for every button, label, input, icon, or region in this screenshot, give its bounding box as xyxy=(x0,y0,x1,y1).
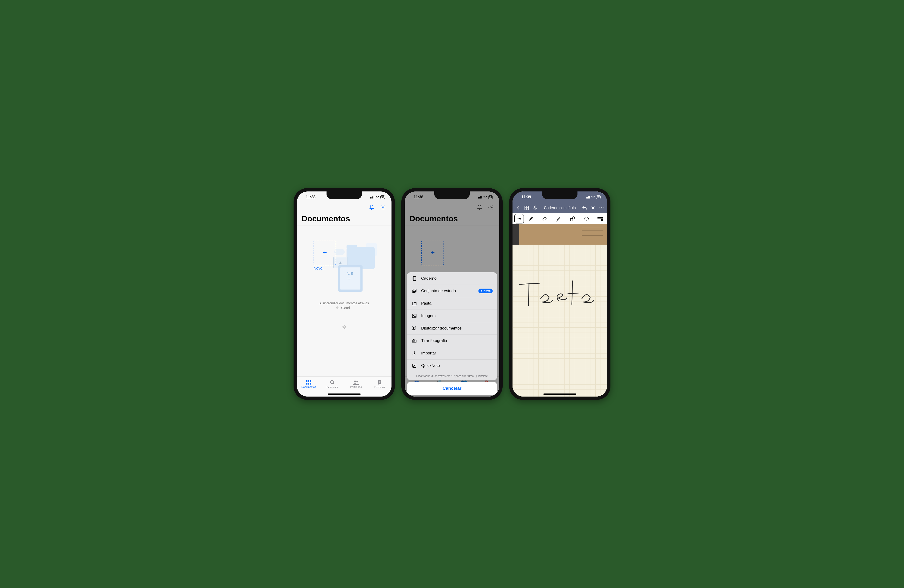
menu-pasta[interactable]: Pasta xyxy=(407,297,497,310)
cellular-icon xyxy=(478,196,482,199)
loading-spinner: ✻ xyxy=(342,324,346,331)
highlighter-tool[interactable] xyxy=(552,214,565,224)
status-time: 11:38 xyxy=(306,195,370,199)
status-bar: 11:38 93 xyxy=(297,191,392,203)
svg-rect-6 xyxy=(310,383,311,385)
menu-imagem[interactable]: Imagem xyxy=(407,310,497,322)
menu-caderno[interactable]: Caderno xyxy=(407,272,497,285)
menu-quicknote[interactable]: QuickNote xyxy=(407,359,497,372)
scan-icon xyxy=(411,326,417,331)
menu-label: Pasta xyxy=(421,301,493,306)
menu-label: Caderno xyxy=(421,276,493,281)
screen-documents: 11:38 93 Documentos ▲ xyxy=(297,191,392,397)
menu-importar[interactable]: Importar xyxy=(407,347,497,359)
tab-pesquisar[interactable]: Pesquisar xyxy=(321,377,345,392)
zoom-tool[interactable] xyxy=(514,214,524,224)
menu-label: Conjunto de estudo xyxy=(421,288,475,293)
svg-rect-19 xyxy=(525,206,526,208)
eraser-tool[interactable] xyxy=(539,214,552,224)
tab-label: Documentos xyxy=(301,386,316,388)
menu-conjunto-estudo[interactable]: Conjunto de estudo ✦ Novo xyxy=(407,285,497,297)
camera-icon xyxy=(411,338,417,344)
menu-label: Tirar fotografia xyxy=(421,339,493,343)
menu-label: QuickNote xyxy=(421,363,493,368)
status-indicators: 93 xyxy=(478,195,493,199)
tab-documentos[interactable]: Documentos xyxy=(297,377,321,392)
status-time: 11:39 xyxy=(522,195,586,199)
notebook-title[interactable]: Caderno sem título xyxy=(540,206,579,210)
svg-point-24 xyxy=(599,207,600,208)
new-badge: ✦ Novo xyxy=(478,288,493,293)
battery-indicator: 93 xyxy=(381,195,385,199)
battery-indicator: 93 xyxy=(488,195,493,199)
svg-rect-4 xyxy=(306,383,307,385)
svg-point-0 xyxy=(382,207,384,208)
svg-point-26 xyxy=(603,207,604,208)
menu-label: Imagem xyxy=(421,314,493,318)
grid-paper[interactable] xyxy=(512,244,607,397)
more-button[interactable] xyxy=(598,205,605,211)
svg-point-7 xyxy=(330,381,333,384)
new-document-button[interactable]: + xyxy=(314,240,336,265)
status-time: 11:38 xyxy=(414,195,478,199)
mic-button[interactable] xyxy=(532,205,538,211)
svg-rect-20 xyxy=(527,206,528,208)
tab-partilhado[interactable]: Partilhado xyxy=(344,377,368,392)
cellular-icon xyxy=(370,196,374,199)
import-icon xyxy=(411,351,417,356)
phone-1: 11:38 93 Documentos ▲ xyxy=(294,188,395,400)
svg-rect-22 xyxy=(527,208,528,210)
phone-2: 11:38 93 Documentos + ▦Documento xyxy=(401,188,503,400)
menu-digitalizar[interactable]: Digitalizar documentos xyxy=(407,322,497,335)
screen-notebook: 11:39 92 Caderno sem título xyxy=(512,191,607,397)
notebook-shape: u u⌣ xyxy=(338,265,362,292)
grid-icon xyxy=(306,380,311,385)
folder-icon xyxy=(411,301,417,306)
home-indicator[interactable] xyxy=(543,394,576,395)
canvas[interactable] xyxy=(512,224,607,397)
tab-favoritos[interactable]: Favoritos xyxy=(368,377,392,392)
svg-point-9 xyxy=(356,381,358,382)
drawing-toolbar xyxy=(512,213,607,224)
svg-rect-23 xyxy=(534,206,536,208)
lasso-tool[interactable] xyxy=(580,214,593,224)
notifications-button[interactable] xyxy=(476,204,483,211)
tab-label: Partilhado xyxy=(350,386,362,388)
stack-icon xyxy=(411,288,417,293)
cellular-icon xyxy=(586,196,590,199)
svg-point-25 xyxy=(601,207,602,208)
svg-rect-2 xyxy=(308,380,309,382)
pen-tool[interactable] xyxy=(525,214,538,224)
settings-button[interactable] xyxy=(487,204,495,211)
close-button[interactable] xyxy=(590,205,596,211)
svg-rect-5 xyxy=(308,383,309,385)
notebook-nav: Caderno sem título xyxy=(512,203,607,213)
new-document-label: Novo... xyxy=(314,266,326,271)
wifi-icon xyxy=(591,196,595,199)
svg-rect-12 xyxy=(412,290,416,292)
menu-fotografia[interactable]: Tirar fotografia xyxy=(407,335,497,347)
svg-point-30 xyxy=(584,217,588,221)
back-button[interactable] xyxy=(515,205,522,211)
svg-point-29 xyxy=(572,217,575,219)
action-sheet-group: Caderno Conjunto de estudo ✦ Novo Pasta … xyxy=(407,272,497,380)
menu-label: Digitalizar documentos xyxy=(421,326,493,331)
menu-label: Importar xyxy=(421,351,493,356)
phone-3: 11:39 92 Caderno sem título xyxy=(509,188,610,400)
new-document-button[interactable]: + xyxy=(421,240,444,265)
battery-indicator: 92 xyxy=(596,195,601,199)
svg-point-31 xyxy=(601,219,603,221)
screen-new-menu: 11:38 93 Documentos + ▦Documento xyxy=(405,191,499,397)
empty-state: ▲ u u⌣ + Novo... A sincronizar documento… xyxy=(297,226,392,376)
style-menu[interactable] xyxy=(595,214,605,224)
shapes-tool[interactable] xyxy=(566,214,579,224)
tab-label: Pesquisar xyxy=(327,386,338,389)
undo-button[interactable] xyxy=(581,205,588,211)
quicknote-icon xyxy=(411,363,417,368)
thumbnails-button[interactable] xyxy=(523,205,530,211)
home-indicator[interactable] xyxy=(328,394,361,395)
settings-button[interactable] xyxy=(379,204,387,211)
svg-rect-16 xyxy=(413,327,415,329)
cancel-button[interactable]: Cancelar xyxy=(407,382,497,395)
notifications-button[interactable] xyxy=(368,204,376,211)
